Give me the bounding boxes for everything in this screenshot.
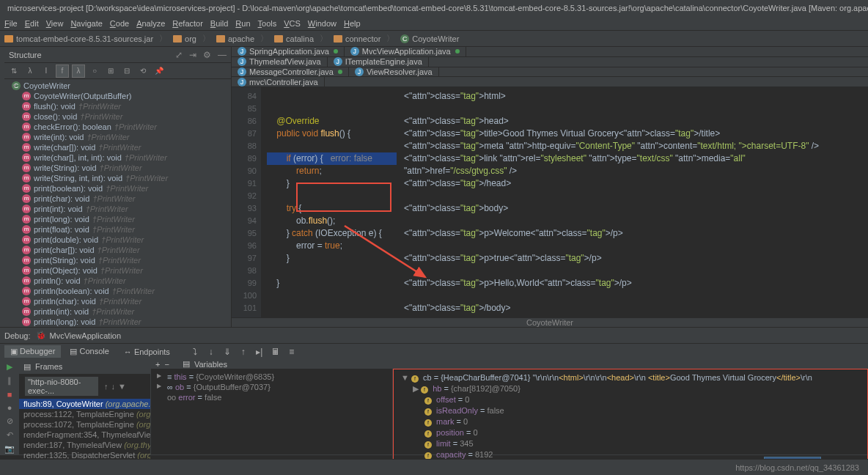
prev-frame-icon[interactable]: ↑ — [104, 382, 108, 391]
gear-icon[interactable]: ⚙ — [203, 50, 211, 60]
var-field[interactable]: f isReadOnly = false — [398, 405, 863, 416]
editor-tab[interactable]: JThymeleafView.java — [232, 57, 328, 67]
resume-icon[interactable]: ▶ — [4, 362, 15, 372]
structure-member[interactable]: mprintln(long): void†PrintWriter — [4, 317, 231, 327]
filter-frames-icon[interactable]: ▼ — [118, 382, 126, 391]
menu-analyze[interactable]: Analyze — [136, 19, 165, 28]
structure-member[interactable]: mprint(char[]): void†PrintWriter — [4, 245, 231, 255]
menu-help[interactable]: Help — [344, 19, 361, 28]
stack-frame[interactable]: flush:89, CoyoteWriter (org.apache.catal… — [19, 399, 150, 409]
var-field[interactable]: f position = 0 — [398, 427, 863, 438]
step-over-icon[interactable]: ⤵ — [188, 347, 202, 357]
menu-tools[interactable]: Tools — [258, 19, 277, 28]
code-editor[interactable]: 84858687888990919293949596979899100101 @… — [232, 87, 397, 317]
pause-icon[interactable]: ∥ — [4, 376, 15, 386]
menu-file[interactable]: File — [4, 19, 18, 28]
structure-member[interactable]: mprintln(): void†PrintWriter — [4, 276, 231, 286]
col-icon[interactable]: ⊟ — [120, 65, 133, 78]
structure-member[interactable]: mprint(Object): void†PrintWriter — [4, 265, 231, 276]
structure-member[interactable]: mprint(long): void†PrintWriter — [4, 214, 231, 224]
variable[interactable]: ▶ ≡ this = {CoyoteWriter@6835} — [155, 372, 388, 382]
sort-icon[interactable]: ⇅ — [7, 65, 21, 78]
breadcrumb-catalina[interactable]: catalina — [274, 34, 314, 43]
structure-member[interactable]: mwrite(char[], int, int): void†PrintWrit… — [4, 152, 231, 163]
breadcrumb-connector[interactable]: connector — [334, 34, 380, 43]
force-into-icon[interactable]: ⇓ — [220, 347, 235, 357]
more-icon[interactable]: ≡ — [284, 347, 299, 357]
menu-vcs[interactable]: VCS — [284, 19, 301, 28]
structure-member[interactable]: mprint(double): void†PrintWriter — [4, 235, 231, 245]
structure-member[interactable]: mcheckError(): boolean†PrintWriter — [4, 122, 231, 132]
vis-icon[interactable]: ○ — [88, 65, 101, 78]
anon-icon[interactable]: λ — [72, 65, 85, 78]
breakpoints-icon[interactable]: ● — [4, 403, 15, 412]
structure-member[interactable]: mflush(): void†PrintWriter — [4, 101, 231, 111]
structure-member[interactable]: mwrite(char[]): void†PrintWriter — [4, 142, 231, 152]
structure-member[interactable]: mwrite(String): void†PrintWriter — [4, 163, 231, 173]
hide-icon[interactable]: — — [218, 50, 227, 60]
var-field[interactable]: f limit = 345 — [398, 438, 863, 449]
var-field[interactable]: f offset = 0 — [398, 394, 863, 405]
run-to-icon[interactable]: ▸| — [252, 347, 267, 357]
breadcrumb-apache[interactable]: apache — [216, 34, 254, 43]
step-into-icon[interactable]: ↓ — [204, 347, 218, 357]
var-field[interactable]: f mark = 0 — [398, 416, 863, 427]
stack-frame[interactable]: render:187, ThymeleafView (org.thymeleaf… — [19, 440, 150, 450]
pin-icon[interactable]: 📌 — [152, 65, 166, 78]
menu-build[interactable]: Build — [210, 19, 228, 28]
variable[interactable]: oo error = false — [155, 392, 388, 402]
editor-tab[interactable]: JViewResolver.java — [349, 67, 439, 77]
structure-root[interactable]: ▼CCoyoteWriter — [4, 81, 231, 91]
stack-frame[interactable]: process:1122, TemplateEngine (org.thyme — [19, 409, 150, 419]
menu-code[interactable]: Code — [110, 19, 129, 28]
exp-icon[interactable]: ⊞ — [104, 65, 117, 78]
endpoints-tab[interactable]: ↔ Endpoints — [118, 346, 176, 358]
expand-icon[interactable]: ⤢ — [175, 50, 183, 60]
structure-member[interactable]: mprintln(boolean): void†PrintWriter — [4, 286, 231, 296]
menu-run[interactable]: Run — [235, 19, 250, 28]
structure-member[interactable]: mprintln(char): void†PrintWriter — [4, 296, 231, 306]
structure-member[interactable]: mwrite(int): void†PrintWriter — [4, 132, 231, 142]
eval-icon[interactable]: 🖩 — [268, 347, 283, 357]
structure-member[interactable]: mprint(String): void†PrintWriter — [4, 255, 231, 265]
inherited-icon[interactable]: I — [40, 65, 53, 78]
console-tab[interactable]: ▤ Console — [64, 345, 114, 358]
structure-member[interactable]: mprint(char): void†PrintWriter — [4, 194, 231, 204]
menu-navigate[interactable]: Navigate — [70, 19, 102, 28]
debugger-tab[interactable]: ▣ Debugger — [4, 345, 61, 358]
auto-icon[interactable]: ⟲ — [136, 65, 150, 78]
editor-tab[interactable]: JMessageController.java — [232, 67, 349, 77]
structure-member[interactable]: mwrite(String, int, int): void†PrintWrit… — [4, 173, 231, 183]
menu-edit[interactable]: Edit — [25, 19, 39, 28]
menu-refactor[interactable]: Refactor — [172, 19, 203, 28]
structure-member[interactable]: mprint(float): void†PrintWriter — [4, 224, 231, 235]
remove-watch-icon[interactable]: − — [164, 360, 169, 369]
breadcrumb-tomcat-embed-core-8.5.31-sources.jar[interactable]: tomcat-embed-core-8.5.31-sources.jar — [4, 34, 153, 43]
structure-member[interactable]: mprintln(int): void†PrintWriter — [4, 306, 231, 317]
breadcrumb-coyotewriter[interactable]: CCoyoteWriter — [400, 34, 459, 43]
menu-view[interactable]: View — [46, 19, 64, 28]
editor-tab[interactable]: Jmvc\Controller.java — [232, 77, 325, 86]
editor-tab[interactable]: JITemplateEngine.java — [328, 57, 429, 67]
variable[interactable]: ▶ ∞ ob = {OutputBuffer@7037} — [155, 382, 388, 392]
thread-select[interactable]: "http-nio-8080-exec-... — [25, 377, 98, 396]
structure-member[interactable]: mCoyoteWriter(OutputBuffer) — [4, 91, 231, 101]
editor-tab[interactable]: JMvcViewApplication.java — [345, 47, 466, 56]
stack-frame[interactable]: process:1072, TemplateEngine (org.thyme — [19, 419, 150, 430]
add-watch-icon[interactable]: + — [155, 360, 160, 369]
structure-member[interactable]: mprint(int): void†PrintWriter — [4, 204, 231, 214]
collapse-icon[interactable]: ⇥ — [189, 50, 196, 60]
restore-icon[interactable]: ↶ — [4, 430, 15, 440]
structure-member[interactable]: mprint(boolean): void†PrintWriter — [4, 183, 231, 194]
stack-frame[interactable]: renderFragment:354, ThymeleafView (org.t — [19, 430, 150, 440]
breadcrumb-org[interactable]: org — [173, 34, 196, 43]
editor-tab[interactable]: JSpringApplication.java — [232, 47, 345, 56]
filter-icon[interactable]: λ — [23, 65, 37, 78]
camera-icon[interactable]: 📷 — [4, 444, 15, 454]
stop-icon[interactable]: ■ — [4, 390, 15, 399]
structure-member[interactable]: mclose(): void†PrintWriter — [4, 111, 231, 122]
step-out-icon[interactable]: ↑ — [236, 347, 251, 357]
next-frame-icon[interactable]: ↓ — [111, 382, 116, 391]
fields-icon[interactable]: f — [56, 65, 69, 78]
mute-icon[interactable]: ⊘ — [4, 416, 15, 426]
